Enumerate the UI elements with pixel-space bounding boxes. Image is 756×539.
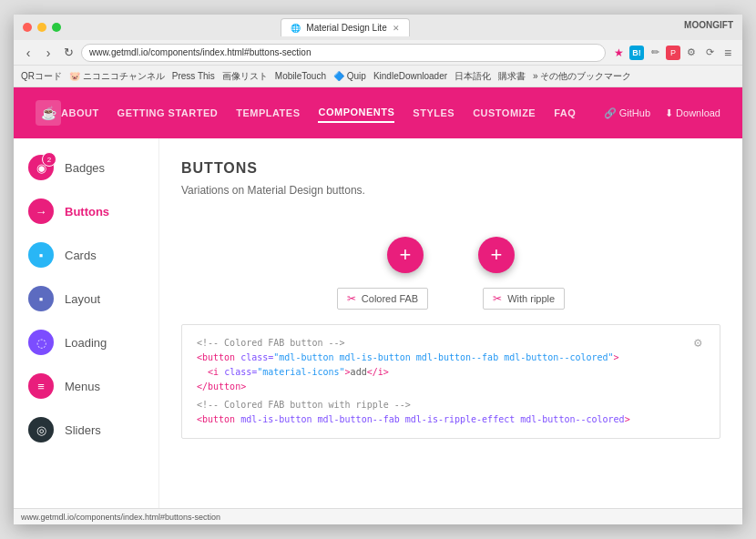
hatena-icon[interactable]: B! (629, 46, 644, 60)
sidebar-label-loading: Loading (65, 336, 107, 350)
bookmarks-bar: QRコード 🐷 ニコニコチャンネル Press This 画像リスト Mobil… (14, 66, 742, 87)
sidebar-label-badges: Badges (65, 161, 105, 175)
extensions-icon[interactable]: ⚙ (684, 46, 699, 60)
fab-button-2[interactable]: + (478, 237, 515, 273)
sidebar-item-layout[interactable]: ▪ Layout (14, 277, 158, 320)
bookmark-niconico[interactable]: 🐷 ニコニコチャンネル (69, 70, 165, 83)
bookmark-quip[interactable]: 🔷 Quip (333, 71, 366, 81)
bookmark-kindle[interactable]: KindleDownloader (373, 71, 447, 81)
tab-close-icon[interactable]: ✕ (393, 24, 400, 33)
with-ripple-text: With ripple (507, 293, 555, 304)
nav-customize[interactable]: CUSTOMIZE (473, 104, 536, 122)
sidebar-label-menus: Menus (65, 380, 100, 393)
colored-fab-label: ✂ Colored FAB (337, 288, 428, 310)
button-labels: ✂ Colored FAB ✂ With ripple (181, 288, 720, 310)
sidebar-item-cards[interactable]: ▪ Cards (14, 233, 158, 277)
fab-button-1[interactable]: + (387, 237, 424, 273)
bookmark-qr[interactable]: QRコード (21, 70, 62, 83)
back-button[interactable]: ‹ (21, 46, 36, 60)
nav-templates[interactable]: TEMPLATES (236, 104, 300, 122)
sidebar-label-buttons: Buttons (65, 205, 109, 219)
browser-tab[interactable]: 🌐 Material Design Lite ✕ (281, 18, 409, 36)
bookmark-mobiletouch[interactable]: MobileTouch (275, 71, 326, 81)
github-link[interactable]: 🔗 GitHub (604, 107, 650, 119)
logo-icon: ☕ (41, 106, 56, 120)
reload-button[interactable]: ↻ (61, 46, 76, 59)
code-line-4: </button> (197, 380, 705, 394)
sidebar-item-buttons[interactable]: → Buttons (14, 189, 158, 233)
address-bar[interactable]: www.getmdl.io/components/index.html#butt… (81, 44, 606, 62)
nav-getting-started[interactable]: GETTING STARTED (117, 104, 219, 122)
main-content: BUTTONS Variations on Material Design bu… (159, 138, 742, 508)
sidebar-label-layout: Layout (65, 292, 100, 306)
maximize-button[interactable] (52, 23, 61, 32)
nav-components[interactable]: COMPONENTS (318, 103, 394, 123)
colored-fab-text: Colored FAB (362, 293, 418, 304)
sliders-icon: ◎ (28, 417, 54, 442)
edit-icon[interactable]: ✏ (648, 46, 662, 60)
code-line-3: <i class="material-icons">add</i> (197, 365, 705, 380)
bookmark-purchase[interactable]: 購求書 (498, 70, 526, 83)
title-bar: 🌐 Material Design Lite ✕ MOONGIFT (14, 15, 742, 40)
pocket-icon[interactable]: P (666, 46, 680, 60)
site-logo: ☕ (36, 100, 61, 126)
sync-icon[interactable]: ⟳ (702, 46, 717, 60)
site-body: ◉ Badges → Buttons ▪ Cards ▪ Layout ◌ (14, 138, 742, 508)
code-line-2: <button class="mdl-button mdl-is-button … (197, 351, 705, 365)
with-ripple-icon: ✂ (493, 292, 502, 305)
code-line-6: <button mdl-is-button mdl-button--fab md… (197, 412, 705, 427)
code-line-5: <!-- Colored FAB button with ripple --> (197, 398, 705, 412)
moongift-label: MOONGIFT (684, 20, 733, 30)
bookmark-pressthis[interactable]: Press This (172, 71, 215, 81)
sidebar-label-sliders: Sliders (65, 423, 101, 437)
sidebar-item-sliders[interactable]: ◎ Sliders (14, 408, 158, 452)
url-text: www.getmdl.io/components/index.html#butt… (89, 47, 311, 57)
with-ripple-label: ✂ With ripple (483, 288, 565, 310)
bookmark-jp[interactable]: 日本語化 (455, 70, 491, 83)
menu-icon[interactable]: ≡ (720, 46, 735, 60)
status-bar: www.getmdl.io/components/index.html#butt… (14, 508, 742, 524)
layout-icon: ▪ (28, 286, 54, 311)
bookmark-icon[interactable]: ★ (611, 46, 626, 60)
code-line-1: <!-- Colored FAB button --> (197, 336, 705, 351)
toolbar-icons: ★ B! ✏ P ⚙ ⟳ ≡ (611, 46, 735, 60)
sidebar: ◉ Badges → Buttons ▪ Cards ▪ Layout ◌ (14, 138, 159, 508)
site-header: ☕ ABOUT GETTING STARTED TEMPLATES COMPON… (14, 87, 742, 138)
nav-faq[interactable]: FAQ (554, 104, 576, 122)
tab-favicon: 🌐 (291, 24, 301, 33)
sidebar-item-loading[interactable]: ◌ Loading (14, 320, 158, 364)
section-subtitle: Variations on Material Design buttons. (181, 184, 720, 197)
main-nav: ABOUT GETTING STARTED TEMPLATES COMPONEN… (61, 103, 604, 123)
sidebar-label-cards: Cards (65, 249, 97, 262)
nav-right: 🔗 GitHub ⬇ Download (604, 107, 720, 119)
close-button[interactable] (23, 23, 32, 32)
browser-window: 🌐 Material Design Lite ✕ MOONGIFT ‹ › ↻ … (14, 15, 742, 524)
section-title: BUTTONS (181, 160, 720, 177)
nav-styles[interactable]: STYLES (413, 104, 455, 122)
sidebar-item-badges[interactable]: ◉ Badges (14, 146, 158, 189)
forward-button[interactable]: › (41, 46, 56, 60)
bookmark-others[interactable]: » その他のブックマーク (533, 70, 631, 83)
site-content: ☕ ABOUT GETTING STARTED TEMPLATES COMPON… (14, 87, 742, 524)
buttons-demo: + + (181, 219, 720, 288)
cards-icon: ▪ (28, 242, 54, 268)
badges-icon: ◉ (28, 155, 54, 180)
tab-title: Material Design Lite (306, 23, 386, 33)
sidebar-item-menus[interactable]: ≡ Menus (14, 364, 158, 408)
code-section: ⚙ <!-- Colored FAB button --> <button cl… (181, 324, 720, 439)
loading-icon: ◌ (28, 330, 54, 355)
download-link[interactable]: ⬇ Download (665, 107, 720, 119)
status-url: www.getmdl.io/components/index.html#butt… (21, 513, 220, 522)
buttons-icon: → (28, 198, 54, 224)
address-bar-row: ‹ › ↻ www.getmdl.io/components/index.htm… (14, 40, 742, 66)
minimize-button[interactable] (37, 23, 46, 32)
browser-chrome: 🌐 Material Design Lite ✕ MOONGIFT ‹ › ↻ … (14, 15, 742, 87)
colored-fab-icon: ✂ (347, 292, 356, 305)
menus-icon: ≡ (28, 373, 54, 399)
bookmark-image[interactable]: 画像リスト (222, 70, 268, 83)
gear-icon[interactable]: ⚙ (694, 332, 712, 351)
nav-about[interactable]: ABOUT (61, 104, 99, 122)
